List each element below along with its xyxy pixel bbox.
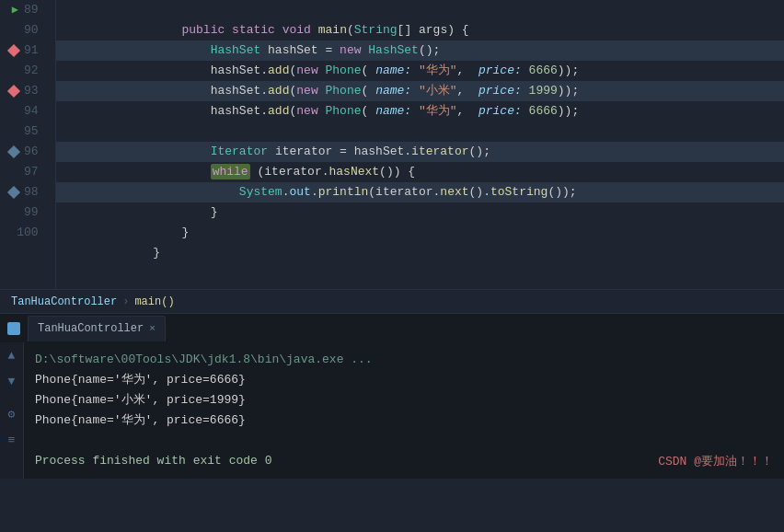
line-number-93: 93 xyxy=(24,81,39,101)
line-number-row: 95 xyxy=(9,121,46,142)
line-number-89: 89 xyxy=(24,0,39,20)
line-number-row: 99 xyxy=(9,202,46,223)
line-number-row: 90 xyxy=(9,20,46,40)
settings-icon[interactable]: ⚙ xyxy=(3,405,21,423)
line-number-row: 98 xyxy=(9,182,46,202)
code-lines: public static void main(String[] args) {… xyxy=(56,0,784,289)
line-number-99: 99 xyxy=(24,202,39,223)
line-number-96: 96 xyxy=(24,142,39,162)
terminal-area: ▲ ▼ ⚙ ≡ D:\software\00Tools\JDK\jdk1.8\b… xyxy=(0,342,784,479)
line-number-98: 98 xyxy=(24,182,39,202)
tab-label: TanHuaController xyxy=(38,322,144,335)
breakpoint-93[interactable] xyxy=(7,85,20,98)
terminal-path-line: D:\software\00Tools\JDK\jdk1.8\bin\java.… xyxy=(35,350,773,370)
line-number-94: 94 xyxy=(24,101,39,121)
line-number-100: 100 xyxy=(17,223,38,243)
breadcrumb-bar: TanHuaController › main() xyxy=(0,289,784,313)
breadcrumb-class: TanHuaController xyxy=(11,295,117,308)
scroll-up-button[interactable]: ▲ xyxy=(3,346,21,364)
breadcrumb-method: main() xyxy=(134,295,174,308)
code-line-89: public static void main(String[] args) { xyxy=(56,0,784,20)
line-number-row: ▶ 89 xyxy=(9,0,46,20)
line-number-row: 93 xyxy=(9,81,46,101)
line-number-row: 91 xyxy=(9,40,46,61)
line-number-row: 100 xyxy=(9,223,46,243)
terminal-finish-row: Process finished with exit code 0 CSDN @… xyxy=(35,451,773,471)
line-number-91: 91 xyxy=(24,40,39,61)
tab-icon xyxy=(7,322,20,335)
tab-tanhuacontroller[interactable]: TanHuaController × xyxy=(28,316,166,341)
breakpoint-96[interactable] xyxy=(7,145,20,158)
terminal-content: D:\software\00Tools\JDK\jdk1.8\bin\java.… xyxy=(24,342,784,479)
line-number-row: 94 xyxy=(9,101,46,121)
line-number-97: 97 xyxy=(24,162,39,182)
line-number-row: 97 xyxy=(9,162,46,182)
run-icon[interactable]: ▶ xyxy=(12,0,18,20)
scroll-down-button[interactable]: ▼ xyxy=(3,372,21,390)
breadcrumb-sep: › xyxy=(122,295,129,308)
code-container: ▶ 89 90 91 92 93 94 xyxy=(0,0,784,289)
breakpoint-91[interactable] xyxy=(7,44,20,57)
terminal-output-2: Phone{name='小米', price=1999} xyxy=(35,390,773,411)
tab-close-icon[interactable]: × xyxy=(149,323,156,334)
filter-icon[interactable]: ≡ xyxy=(3,431,21,449)
line-number-row: 96 xyxy=(9,142,46,162)
terminal-spacer xyxy=(35,431,773,451)
breakpoint-98[interactable] xyxy=(7,186,20,199)
line-number-90: 90 xyxy=(24,20,39,40)
line-number-92: 92 xyxy=(24,61,39,81)
line-number-95: 95 xyxy=(24,121,39,142)
terminal-sidebar: ▲ ▼ ⚙ ≡ xyxy=(0,342,24,479)
terminal-finish-line: Process finished with exit code 0 xyxy=(35,451,271,471)
tab-bar: TanHuaController × xyxy=(0,313,784,342)
code-line-95: Iterator iterator = hashSet.iterator(); xyxy=(56,121,784,142)
terminal-output-3: Phone{name='华为', price=6666} xyxy=(35,411,773,431)
terminal-output-1: Phone{name='华为', price=6666} xyxy=(35,370,773,390)
csdn-label: CSDN @要加油！！！ xyxy=(658,453,773,469)
line-numbers: ▶ 89 90 91 92 93 94 xyxy=(0,0,56,289)
line-number-row: 92 xyxy=(9,61,46,81)
editor-area: ▶ 89 90 91 92 93 94 xyxy=(0,0,784,313)
